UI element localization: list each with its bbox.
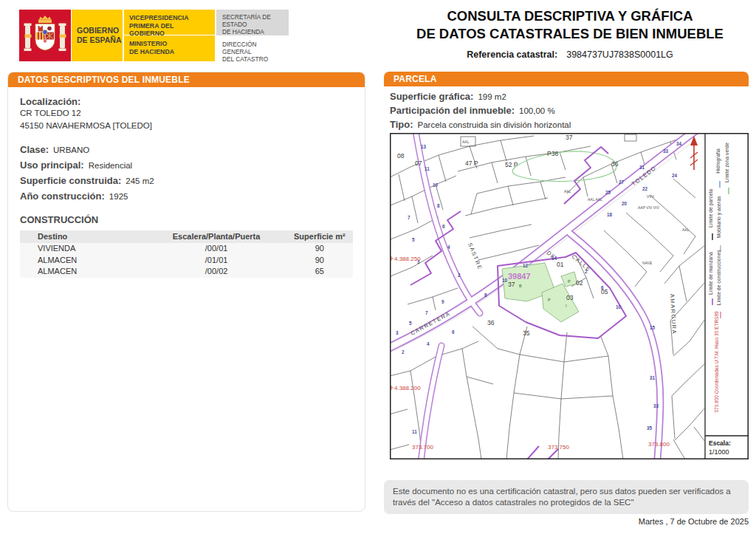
datos-descriptivos-panel: DATOS DESCRIPTIVOS DEL INMUEBLE Localiza… [7, 72, 365, 512]
table-cell: /00/02 [146, 266, 286, 278]
disclaimer-note: Este documento no es una certificación c… [384, 480, 749, 514]
house-label: 15 [650, 325, 656, 330]
parcel-label: 47 P [465, 160, 478, 167]
gobierno-espana-label: GOBIERNO DE ESPAÑA [72, 10, 123, 61]
house-label: 25 [605, 190, 611, 195]
house-label: 18 [607, 212, 613, 217]
house-label: 6 [442, 224, 445, 229]
table-cell: 65 [286, 266, 353, 278]
title-line-1: CONSULTA DESCRIPTIVA Y GRÁFICA [391, 7, 749, 25]
coord-label: 373.700 [412, 444, 433, 451]
parcel-label: 08 [397, 152, 405, 160]
datos-descriptivos-header: DATOS DESCRIPTIVOS DEL INMUEBLE [8, 72, 365, 87]
house-label: 13 [421, 144, 427, 149]
parcel-label: 35 [523, 329, 530, 337]
house-label: 27 [619, 179, 625, 185]
clase-label: Clase: [20, 144, 49, 155]
ano-construccion-label: Año construcción: [20, 191, 105, 202]
col-destino: Destino [20, 230, 146, 243]
house-label: 7 [425, 310, 428, 315]
table-cell: ALMACEN [20, 255, 146, 267]
bldg-label: AAL [462, 140, 470, 144]
legend-item-label: Límite de manzana [708, 252, 713, 295]
bldg-label: AAL [564, 189, 571, 194]
referencia-catastral: Referencia catastral:3984737UJ7838S0001L… [391, 49, 749, 60]
house-label: 5 [412, 237, 415, 242]
table-cell: 90 [286, 243, 353, 255]
parcela-header: PARCELA [384, 72, 749, 86]
cadastral-document: GOBIERNO DE ESPAÑA VICEPRESIDENCIA PRIME… [0, 0, 756, 534]
clase-value: URBANO [53, 146, 89, 154]
vicepresidencia-label: VICEPRESIDENCIA PRIMERA DEL GOBIERNO [124, 10, 215, 35]
construccion-table: Destino Escalera/Planta/Puerta Superfici… [20, 230, 353, 278]
superficie-construida-value: 245 m2 [126, 177, 154, 185]
house-label: 2 [402, 349, 405, 355]
parcel-label: 36 [487, 319, 495, 326]
green-label: B [519, 284, 522, 288]
table-cell: VIVIENDA [20, 243, 146, 255]
house-label: 12 [523, 263, 529, 268]
superficie-grafica-value: 199 m2 [478, 92, 506, 101]
superficie-grafica-label: Superficie gráfica: [390, 91, 473, 102]
address-line-1: CR TOLEDO 12 [20, 107, 353, 120]
map-svg: 4.388.2504.388.200373.700373.750373.8003… [390, 133, 749, 459]
parcel-label: 02 [576, 279, 583, 287]
referencia-label: Referencia catastral: [467, 49, 557, 60]
col-escalera: Escalera/Planta/Puerta [146, 230, 286, 243]
house-label: 2 [458, 273, 461, 278]
escala-label: Escala: [709, 439, 731, 447]
bldg-label: AAL [682, 227, 690, 232]
legend-item-label: Hidrografía [715, 148, 721, 174]
uso-principal-value: Residencial [89, 161, 132, 170]
parcela-fields: Superficie gráfica:199 m2 Participación … [390, 89, 749, 131]
ano-construccion-value: 1925 [109, 192, 128, 201]
escala-value: 1/1000 [709, 448, 729, 456]
house-label: 6 [452, 329, 455, 335]
col-superficie: Superficie m² [286, 230, 353, 243]
house-label: 10 [616, 304, 622, 309]
legend-item-label: Límite zona verde [724, 143, 729, 182]
house-label: 10 [502, 278, 508, 283]
parcel-label: 37 [508, 281, 515, 288]
title-line-2: DE DATOS CATASTRALES DE BIEN INMUEBLE [391, 25, 749, 43]
spain-coat-of-arms-icon [19, 10, 71, 61]
bldg-label: AAL AAL [588, 197, 602, 202]
participacion-value: 100,00 % [519, 106, 555, 115]
table-cell: /00/01 [146, 243, 286, 255]
bldg-label: VVV [647, 194, 655, 199]
house-label: 31 [639, 165, 645, 170]
table-row: ALMACEN /00/02 65 [20, 266, 353, 278]
house-label: 8 [437, 203, 440, 208]
house-label: 14 [551, 256, 557, 261]
house-label: 11 [425, 166, 430, 171]
table-row: VIVIENDA /00/01 90 [20, 243, 353, 255]
table-row: ALMACEN /01/01 90 [20, 255, 353, 267]
document-title: CONSULTA DESCRIPTIVA Y GRÁFICA DE DATOS … [391, 7, 749, 60]
house-label: 10 [433, 182, 439, 188]
house-label: 33 [653, 403, 659, 408]
house-label: 8 [484, 292, 487, 298]
house-label: 31 [650, 375, 656, 380]
table-header-row: Destino Escalera/Planta/Puerta Superfici… [20, 230, 353, 243]
localizacion-label: Localización: [20, 96, 353, 107]
direccion-catastro-label: DIRECCIÓN GENERAL DEL CATASTRO [216, 37, 289, 61]
house-label: 9 [441, 299, 444, 304]
house-label: 4 [427, 341, 430, 346]
document-date: Martes , 7 de Octubre de 2025 [384, 517, 749, 526]
parcel-label: 36 [611, 160, 619, 168]
house-label: 5 [409, 321, 412, 326]
parcel-label: P38 [547, 150, 558, 157]
green-label: P [548, 298, 551, 302]
participacion-label: Participación del inmueble: [390, 105, 515, 116]
house-label: 22 [642, 186, 648, 191]
coord-label: 373.800 [648, 441, 670, 448]
parcel-label: 52 P [505, 161, 518, 168]
referencia-value: 3984737UJ7838S0001LG [566, 49, 673, 60]
bldg-label: AAP VIV VIV [638, 205, 659, 210]
house-label: 3 [417, 259, 420, 264]
house-label: 33 [663, 148, 669, 154]
house-label: 6 [601, 285, 604, 290]
gobierno-logo-box [19, 10, 71, 61]
secretaria-estado-label: SECRETARÍA DE ESTADO DE HACIENDA [216, 10, 289, 35]
legend-coord-note: 373.800 Coordenadas U.T.M. Huso 30 ETRS8… [714, 311, 719, 413]
